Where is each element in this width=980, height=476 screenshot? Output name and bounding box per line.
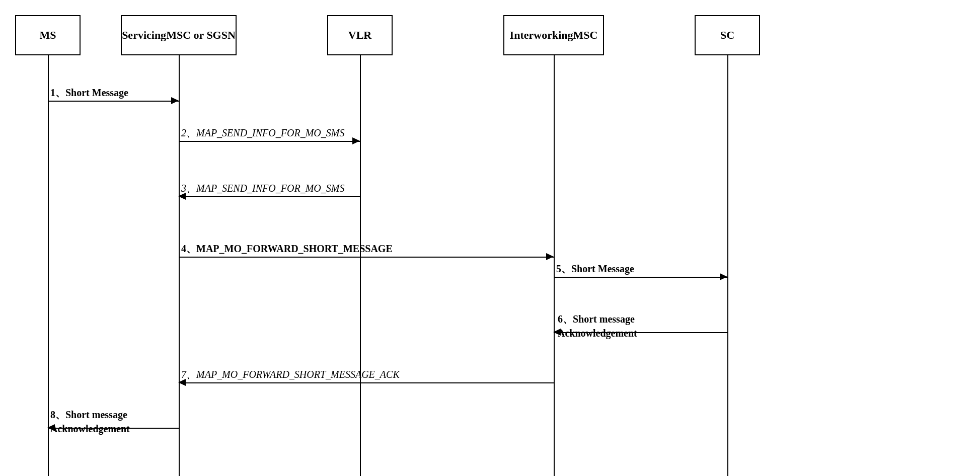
entity-msc_sgsn: ServicingMSC or SGSN: [121, 15, 237, 55]
arrow-msg7: [179, 382, 554, 383]
entity-sc: SC: [695, 15, 760, 55]
lifeline-msc_sgsn: [179, 55, 180, 476]
lifeline-sc: [727, 55, 728, 476]
arrow-msg2: [179, 141, 360, 142]
arrow-msg3: [179, 196, 360, 197]
arrow-msg5: [554, 277, 727, 278]
entity-ms: MS: [15, 15, 81, 55]
lifeline-ms: [48, 55, 49, 476]
svg-marker-0: [171, 97, 179, 104]
label-msg2: 2、MAP_SEND_INFO_FOR_MO_SMS: [181, 126, 344, 140]
entity-vlr: VLR: [327, 15, 393, 55]
label-msg5: 5、Short Message: [556, 262, 634, 276]
label-msg3: 3、MAP_SEND_INFO_FOR_MO_SMS: [181, 181, 344, 195]
svg-marker-1: [352, 137, 360, 144]
lifeline-vlr: [360, 55, 361, 476]
arrow-msg1: [48, 101, 179, 102]
entity-imsc: InterworkingMSC: [503, 15, 604, 55]
label-msg6: 6、Short message Acknowledgement: [558, 312, 637, 340]
label-msg8: 8、Short message Acknowledgement: [50, 408, 130, 436]
arrow-msg4: [179, 257, 554, 258]
lifeline-imsc: [554, 55, 555, 476]
label-msg7: 7、MAP_MO_FORWARD_SHORT_MESSAGE_ACK: [181, 367, 400, 381]
svg-marker-4: [720, 273, 727, 280]
label-msg4: 4、MAP_MO_FORWARD_SHORT_MESSAGE: [181, 242, 393, 256]
sequence-diagram: MSServicingMSC or SGSNVLRInterworkingMSC…: [0, 0, 980, 476]
label-msg1: 1、Short Message: [50, 86, 128, 100]
svg-marker-3: [546, 253, 554, 260]
